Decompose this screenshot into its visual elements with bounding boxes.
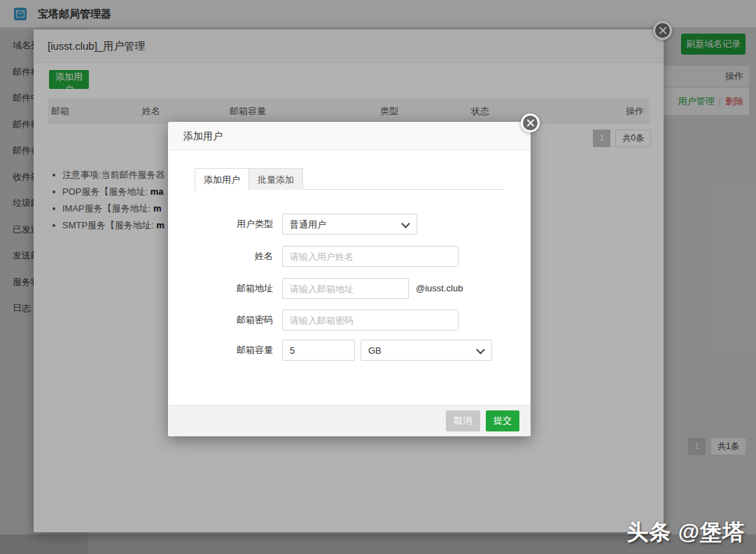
add-user-modal-close-button[interactable] — [521, 113, 540, 132]
tab-batch-add[interactable]: 批量添加 — [249, 168, 303, 190]
quota-label: 邮箱容量 — [210, 340, 273, 361]
watermark: 头条 @堡塔 — [626, 518, 745, 547]
password-label: 邮箱密码 — [210, 310, 273, 331]
app-root: 宝塔邮局管理器 域名列表 邮件秘钥 邮件中转 邮件转发 邮件备份 收件箱 垃圾邮… — [0, 0, 756, 554]
email-domain-suffix: @iusst.club — [416, 278, 463, 299]
quota-unit-select-wrap: GB — [360, 340, 492, 361]
close-icon — [526, 118, 535, 127]
tab-add-user[interactable]: 添加用户 — [195, 168, 249, 191]
quota-input[interactable] — [282, 340, 355, 361]
password-input[interactable] — [282, 310, 458, 331]
submit-button[interactable]: 提交 — [486, 410, 519, 431]
user-type-select-wrap: 普通用户 — [282, 214, 417, 235]
name-input[interactable] — [282, 246, 458, 267]
add-user-modal-footer: 取消 提交 — [168, 405, 531, 436]
name-label: 姓名 — [210, 246, 273, 267]
add-user-tabs: 添加用户 批量添加 — [195, 168, 504, 190]
quota-unit-select[interactable]: GB — [360, 340, 492, 361]
user-type-select[interactable]: 普通用户 — [282, 214, 417, 235]
cancel-button[interactable]: 取消 — [446, 410, 480, 431]
add-user-modal-title: 添加用户 — [168, 122, 531, 151]
user-type-label: 用户类型 — [210, 214, 273, 235]
add-user-modal: 添加用户 添加用户 批量添加 用户类型 普通用户 姓名 邮箱地址 @iusst.… — [168, 122, 531, 436]
email-label: 邮箱地址 — [210, 278, 273, 299]
email-input[interactable] — [282, 278, 409, 299]
